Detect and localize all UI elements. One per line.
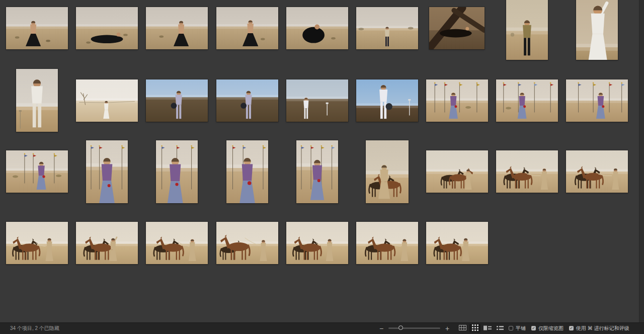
checkbox-label: 仅限缩览图 (538, 325, 564, 332)
photo-thumbnail[interactable] (226, 140, 268, 203)
grid-view-button[interactable] (469, 324, 480, 332)
checkbox-label: 使用 ⌘ 进行标记和评级 (576, 325, 629, 332)
photo-thumbnail[interactable] (286, 222, 348, 264)
tile-checkbox[interactable]: 平铺 (509, 325, 526, 332)
checkbox-label: 平铺 (516, 325, 526, 332)
item-count-status: 34 个项目, 2 个已隐藏 (10, 323, 59, 333)
statusbar-checkboxes: 平铺✓仅限缩览图✓使用 ⌘ 进行标记和评级 (509, 323, 629, 333)
photo-thumbnail[interactable] (426, 79, 488, 122)
photo-thumbnail[interactable] (286, 7, 348, 49)
checked-checkbox-icon[interactable]: ✓ (569, 326, 574, 330)
checked-checkbox-icon[interactable]: ✓ (531, 326, 536, 330)
zoom-out-button[interactable]: − (378, 325, 384, 332)
browser-grid (0, 0, 644, 323)
grid-icon (472, 324, 478, 332)
photo-thumbnail[interactable] (496, 150, 558, 193)
list-icon (497, 325, 504, 331)
photo-thumbnail[interactable] (6, 150, 68, 193)
use-cmd-tagging-checkbox[interactable]: ✓使用 ⌘ 进行标记和评级 (569, 325, 629, 332)
photo-thumbnail[interactable] (216, 79, 278, 122)
scrollbar-track[interactable] (639, 0, 644, 323)
photo-thumbnail[interactable] (576, 0, 618, 60)
table-icon (459, 325, 466, 331)
photo-thumbnail[interactable] (146, 79, 208, 122)
photo-thumbnail[interactable] (86, 140, 128, 203)
photo-thumbnail[interactable] (156, 140, 198, 203)
list-view-button[interactable] (495, 324, 506, 332)
photo-thumbnail[interactable] (506, 0, 548, 60)
photo-thumbnail[interactable] (566, 150, 628, 193)
photo-thumbnail[interactable] (296, 140, 338, 203)
photo-thumbnail[interactable] (426, 150, 488, 193)
photo-thumbnail[interactable] (6, 7, 68, 49)
unchecked-checkbox-icon[interactable] (509, 326, 513, 330)
photo-thumbnail[interactable] (566, 79, 628, 122)
photo-thumbnail[interactable] (76, 79, 138, 122)
photo-thumbnail[interactable] (426, 222, 488, 264)
photo-thumbnail[interactable] (146, 222, 208, 264)
photo-thumbnail[interactable] (216, 222, 278, 264)
photo-thumbnail[interactable] (429, 7, 485, 49)
photo-thumbnail[interactable] (496, 79, 558, 122)
thumbnail-size-slider[interactable] (388, 327, 440, 329)
view-mode-buttons (457, 323, 506, 333)
photo-thumbnail[interactable] (286, 79, 348, 122)
photo-thumbnail[interactable] (16, 69, 58, 132)
thumbnails-only-checkbox[interactable]: ✓仅限缩览图 (531, 325, 564, 332)
photo-thumbnail[interactable] (356, 7, 418, 49)
zoom-in-button[interactable]: + (444, 325, 450, 332)
photo-thumbnail[interactable] (356, 79, 418, 122)
photo-thumbnail[interactable] (216, 7, 278, 49)
thumbnail-size-slider-group: − + (378, 323, 450, 333)
slider-knob[interactable] (398, 325, 403, 330)
photo-thumbnail[interactable] (356, 222, 418, 264)
photo-thumbnail[interactable] (6, 222, 68, 264)
photo-thumbnail[interactable] (366, 140, 409, 203)
details-icon (484, 325, 492, 331)
photo-thumbnail[interactable] (146, 7, 208, 49)
status-bar: 34 个项目, 2 个已隐藏 − + 平铺✓仅限缩览图✓使用 ⌘ 进行标记和评级 (0, 322, 644, 334)
details-view-button[interactable] (482, 324, 493, 332)
photo-thumbnail[interactable] (76, 222, 138, 264)
photo-thumbnail[interactable] (76, 7, 138, 49)
table-view-button[interactable] (457, 324, 468, 332)
